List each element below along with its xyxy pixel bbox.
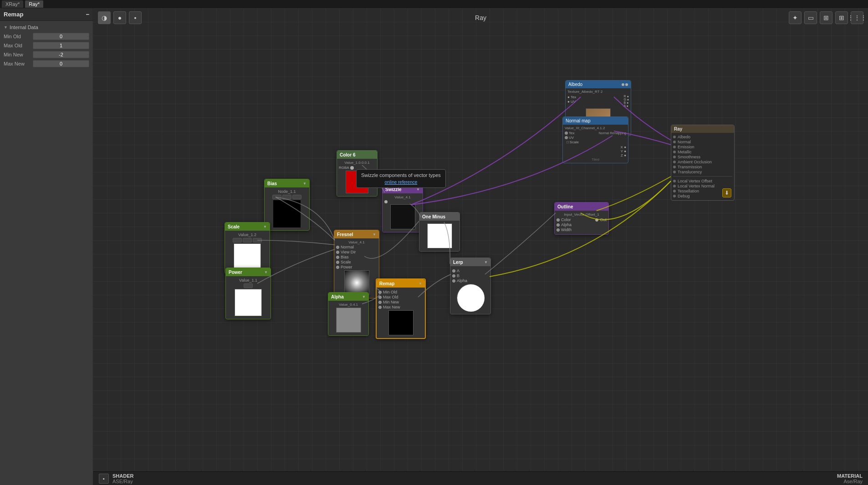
bottom-material-sub: Ase/Ray	[843, 479, 863, 484]
panel-minimize-btn[interactable]: −	[86, 11, 89, 18]
node-one-minus-body	[419, 221, 460, 251]
panel-title: Remap −	[0, 8, 93, 21]
tooltip-text: Swizzle components of vector types	[361, 172, 441, 178]
prop-max-new: Max New 0	[4, 60, 89, 67]
node-lerp-body: A B Alpha	[450, 266, 490, 314]
node-bias[interactable]: Bias ▼ Node_1.1	[264, 179, 310, 231]
bottom-material-label: MATERIAL	[837, 473, 863, 479]
bottom-left-info: SHADER ASE/Ray	[112, 473, 133, 484]
node-bias-body: Node_1.1	[265, 187, 309, 230]
albedo-port-r	[625, 83, 628, 86]
node-alpha-header: Alpha ▼	[328, 293, 368, 301]
node-color6-header: Color 6	[337, 151, 377, 159]
node-outline-body: Input_Vector Offset_1 Color Out Alpha Wi…	[555, 211, 608, 234]
node-swizzle-preview	[390, 204, 415, 229]
node-albedo-header: Albedo	[566, 81, 631, 88]
node-alpha-preview	[336, 308, 361, 333]
swizzle-in-port	[384, 200, 388, 203]
tab-xray[interactable]: XRay*	[2, 0, 23, 8]
node-normal-map[interactable]: Normal map Value_Xt_Channel_4.1.2 Tex No…	[562, 116, 628, 163]
node-lerp[interactable]: Lerp ▼ A B Alpha	[450, 258, 491, 314]
toolbar-wand[interactable]: ✦	[789, 11, 802, 24]
toolbar-grid9[interactable]: ⋮⋮⋮	[851, 11, 863, 24]
node-swizzle[interactable]: Swizzle ▼ Value_4.1	[382, 185, 423, 232]
node-ray-output-body: Albedo Normal Emission Metallic Smoothne…	[671, 133, 734, 200]
main-canvas[interactable]: ◑ ● ▪ Ray ✦ ▭ ⊞ ⊞ ⋮⋮⋮	[93, 8, 868, 485]
toolbar-rect[interactable]: ▭	[804, 11, 817, 24]
bottom-right-info: MATERIAL Ase/Ray	[837, 473, 863, 484]
node-one-minus[interactable]: One Minus	[419, 212, 460, 252]
tooltip: Swizzle components of vector types onlin…	[356, 169, 446, 188]
albedo-port-rgba	[622, 83, 624, 86]
toolbar-square[interactable]: ▪	[129, 11, 142, 24]
prop-min-new-value[interactable]: -2	[33, 51, 89, 58]
node-alpha-body: Value_0.4.1	[328, 301, 368, 335]
node-normal-body: Value_Xt_Channel_4.1.2 Tex Normal Remapp…	[563, 125, 628, 163]
node-bias-header: Bias ▼	[265, 179, 309, 187]
node-fresnel-header: Fresnel ▼	[334, 230, 379, 238]
node-ray-output[interactable]: Ray Albedo Normal Emission Metallic Smoo…	[671, 125, 735, 201]
titlebar: XRay* Ray*	[0, 0, 868, 8]
node-bias-preview	[273, 200, 301, 227]
node-fresnel[interactable]: Fresnel ▼ Value_4.1 Normal View Dir Bias…	[334, 230, 379, 298]
bottom-bar: ▪ SHADER ASE/Ray MATERIAL Ase/Ray	[93, 471, 868, 485]
node-power-body: Value_1.1	[226, 276, 271, 319]
node-lerp-header: Lerp ▼	[450, 258, 490, 266]
node-alpha[interactable]: Alpha ▼ Value_0.4.1	[328, 292, 369, 336]
prop-max-new-label: Max New	[4, 61, 31, 66]
prop-min-old: Min Old 0	[4, 33, 89, 40]
node-power-preview	[235, 289, 262, 316]
node-fresnel-body: Value_4.1 Normal View Dir Bias Scale Pow…	[334, 238, 379, 298]
ray-download-icon[interactable]: ⬇	[722, 188, 731, 197]
node-scale-body: Value_1.2	[225, 231, 270, 273]
node-ray-output-header: Ray	[671, 125, 734, 133]
canvas-title: Ray	[475, 14, 486, 21]
node-swizzle-body: Value_4.1	[383, 193, 423, 232]
node-scale[interactable]: Scale ▼ Value_1.2	[225, 222, 270, 274]
node-power[interactable]: Power ▼ Value_1.1	[225, 268, 271, 319]
prop-min-new-label: Min New	[4, 52, 31, 57]
node-outline[interactable]: Outline Input_Vector Offset_1 Color Out …	[554, 202, 609, 235]
right-toolbar: ✦ ▭ ⊞ ⊞ ⋮⋮⋮	[789, 11, 863, 24]
prop-max-old-value[interactable]: 1	[33, 42, 89, 49]
node-scale-header: Scale ▼	[225, 222, 270, 231]
tooltip-link[interactable]: online reference	[385, 180, 418, 185]
toolbar-circle-half[interactable]: ◑	[98, 11, 111, 24]
left-panel: Remap − ▼ Internal Data Min Old 0 Max Ol…	[0, 8, 93, 485]
node-scale-preview	[234, 243, 261, 271]
prop-min-old-label: Min Old	[4, 34, 31, 39]
node-lerp-preview	[457, 284, 484, 311]
prop-max-old-label: Max Old	[4, 43, 31, 48]
prop-min-new: Min New -2	[4, 51, 89, 58]
prop-min-old-value[interactable]: 0	[33, 33, 89, 40]
node-remap[interactable]: Remap ▼ Min Old Max Old Min New Max New	[376, 278, 426, 339]
color6-out-port	[350, 166, 354, 170]
toolbar-plus-rect[interactable]: ⊞	[820, 11, 832, 24]
node-remap-body: Min Old Max Old Min New Max New	[377, 288, 425, 338]
prop-max-old: Max Old 1	[4, 42, 89, 49]
node-one-minus-header: One Minus	[419, 212, 460, 221]
node-one-minus-preview	[427, 223, 452, 248]
bottom-shader-sub: ASE/Ray	[112, 479, 133, 484]
grid-background	[93, 8, 868, 485]
section-header: ▼ Internal Data	[4, 25, 89, 30]
toolbar-circle[interactable]: ●	[113, 11, 126, 24]
bottom-shader-label: SHADER	[112, 473, 133, 479]
node-fresnel-preview	[344, 270, 369, 295]
panel-content: ▼ Internal Data Min Old 0 Max Old 1 Min …	[0, 21, 93, 73]
node-remap-header: Remap ▼	[377, 279, 425, 288]
node-normal-header: Normal map	[563, 117, 628, 125]
prop-max-new-value[interactable]: 0	[33, 60, 89, 67]
top-toolbar: ◑ ● ▪ Ray ✦ ▭ ⊞ ⊞ ⋮⋮⋮	[93, 8, 868, 27]
tab-ray[interactable]: Ray*	[25, 0, 43, 8]
node-power-header: Power ▼	[226, 268, 271, 276]
panel-title-text: Remap	[4, 11, 23, 18]
node-remap-preview	[388, 310, 414, 335]
section-label: Internal Data	[10, 25, 38, 30]
section-arrow: ▼	[4, 25, 8, 30]
bottom-icon: ▪	[99, 474, 109, 484]
toolbar-grid4[interactable]: ⊞	[835, 11, 848, 24]
node-outline-header: Outline	[555, 202, 608, 211]
